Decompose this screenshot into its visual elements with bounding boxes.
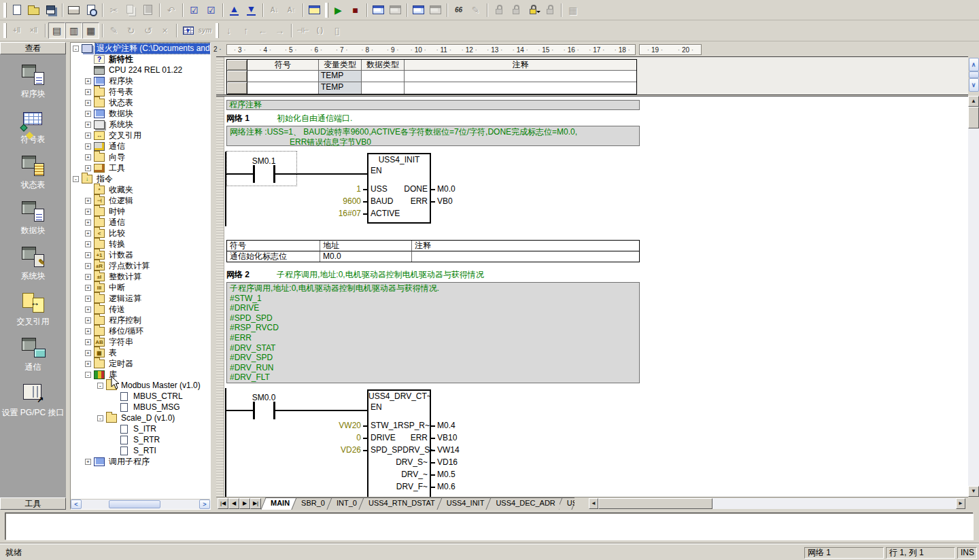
output-operand[interactable]: M0.5 (431, 469, 456, 480)
tree-item-mbus-msg[interactable]: MBUS_MSG (71, 402, 210, 413)
view-status-button[interactable]: 66 (450, 2, 467, 18)
stop-button[interactable]: ■ (347, 2, 364, 18)
program-status-button[interactable] (370, 2, 387, 18)
scrollbar-thumb[interactable] (968, 107, 979, 128)
tree-expander[interactable]: + (85, 154, 91, 160)
unforce-lock-button[interactable] (541, 2, 558, 18)
contact-icon[interactable] (253, 165, 255, 183)
program-comment-bar[interactable]: 程序注释 (226, 100, 640, 110)
data-type-cell[interactable] (362, 71, 405, 82)
pause-program-status-button[interactable] (387, 2, 404, 18)
view-program-block[interactable]: 程序块 (0, 63, 66, 100)
tree-item-table[interactable]: + ▦ 表 (71, 347, 210, 358)
tree-expander[interactable]: + (85, 361, 91, 367)
force-button[interactable]: ✎ (467, 2, 484, 18)
tree-item-system-block[interactable]: + 系统块 (71, 119, 210, 130)
uss4-init-block[interactable]: USS4_INIT EN 1 USS DONE M0.0 (367, 153, 431, 224)
var-type-cell[interactable]: TEMP (319, 82, 362, 94)
line-down-button[interactable]: ↓ (220, 22, 237, 39)
data-type-cell[interactable] (362, 82, 405, 94)
network-1-title[interactable]: 网络 1初始化自由通信端口. (226, 113, 352, 124)
tree-expander[interactable]: + (85, 459, 91, 465)
tree-expander[interactable]: + (85, 111, 91, 117)
tree-expander[interactable]: + (85, 198, 91, 204)
line-up-button[interactable]: ↑ (237, 22, 254, 39)
tree-item-whats-new[interactable]: ? 新特性 (71, 54, 210, 65)
tree-item-call-subroutines[interactable]: + 调用子程序 (71, 456, 210, 467)
save-all-button[interactable] (42, 2, 59, 18)
tools-bar-header[interactable]: 工具 (0, 497, 66, 510)
view-set-pgpc-interface[interactable]: ↗ 设置 PG/PC 接口 (0, 382, 66, 419)
view-ladder-button[interactable]: ▤ (48, 22, 65, 39)
comment-cell[interactable] (412, 251, 639, 262)
tree-expander[interactable]: + (85, 100, 91, 106)
tree-expander[interactable]: + (85, 230, 91, 237)
tree-expander[interactable]: + (85, 274, 91, 280)
tree-item-timers[interactable]: + 定时器 (71, 358, 210, 369)
symbol-cell[interactable] (247, 71, 319, 82)
output-operand[interactable]: VB10 (431, 432, 457, 444)
tree-item-instructions[interactable]: - ↓ 指令 (71, 173, 210, 184)
tree-expander[interactable]: + (85, 220, 91, 226)
scrollbar-thumb[interactable] (969, 71, 979, 78)
tree-expander[interactable]: + (85, 263, 91, 269)
upload-button[interactable]: ▲ (226, 2, 243, 18)
tree-expander[interactable]: - (73, 176, 79, 182)
tree-item-integer-math[interactable]: + ±I 整数计算 (71, 271, 210, 282)
scroll-left-icon[interactable]: < (71, 500, 82, 509)
tree-expander[interactable]: + (85, 328, 91, 334)
line-right-button[interactable]: → (271, 22, 288, 39)
options-button[interactable] (306, 2, 323, 18)
insert-column-button[interactable]: ↻ (122, 22, 139, 39)
first-tab-icon[interactable]: |◀ (218, 498, 228, 509)
scroll-right-icon[interactable]: ► (956, 498, 965, 509)
force-lock-button[interactable] (524, 2, 541, 18)
tree-item-communications-instr[interactable]: + 通信 (71, 217, 210, 228)
contact-operand[interactable]: SM0.0 (230, 393, 298, 402)
tree-item-clock[interactable]: + 时钟 (71, 206, 210, 217)
open-button[interactable] (25, 2, 42, 18)
view-table-button[interactable]: ▦ (82, 22, 99, 39)
view-bar-header[interactable]: 查看 (0, 42, 66, 54)
sort-descending-button[interactable]: A↑ (283, 2, 300, 18)
tree-item-wizards[interactable]: + 向导 (71, 152, 210, 162)
symbolic-addressing-button[interactable]: sym (196, 22, 213, 39)
tree-expander[interactable]: + (85, 317, 91, 323)
view-communications[interactable]: 通信 (0, 336, 66, 373)
tab-uss4-init[interactable]: USS4_INIT (439, 497, 492, 510)
tab-uss4-dec-adr[interactable]: USS4_DEC_ADR (488, 497, 562, 510)
delete-network-button[interactable]: ×‖ (25, 22, 42, 39)
tree-expander[interactable]: + (85, 209, 91, 215)
ladder-vertical-scrollbar[interactable]: ▲ ▼ (968, 96, 979, 497)
tree-expander[interactable]: - (97, 415, 103, 421)
tree-item-counters[interactable]: + +1 计数器 (71, 249, 210, 260)
output-operand[interactable]: VB0 (431, 196, 453, 207)
row-header-cell[interactable] (227, 82, 247, 94)
write-lock-button[interactable] (507, 2, 524, 18)
tree-expander[interactable]: + (85, 143, 91, 150)
tree-item-data-block[interactable]: + 数据块 (71, 108, 210, 119)
editor-horizontal-scrollbar[interactable]: ◄ ► (589, 498, 965, 509)
tree-item-shift-rotate[interactable]: + 移位/循环 (71, 326, 210, 336)
tab-us-partial[interactable]: US (560, 497, 574, 510)
comment-cell[interactable] (405, 71, 636, 82)
view-stl-button[interactable]: ▥ (65, 22, 82, 39)
tree-item-string[interactable]: + AB 字符串 (71, 336, 210, 347)
output-operand[interactable]: M0.0 (431, 183, 456, 195)
comment-cell[interactable] (405, 82, 636, 94)
run-button[interactable]: ▶ (330, 2, 347, 18)
tree-expander[interactable]: + (85, 133, 91, 139)
tree-expander[interactable]: + (85, 89, 91, 95)
uss4-drv-ctrl-block[interactable]: USS4_DRV_CT~ EN VW20 STW_1 RSP_R~ M0.4 (367, 389, 431, 497)
print-preview-button[interactable] (82, 2, 99, 18)
compile-all-button[interactable]: ☑ (203, 2, 220, 18)
row-header-cell[interactable] (227, 60, 247, 71)
view-cross-reference[interactable]: ↔ 交叉引用 (0, 291, 66, 328)
tree-item-s-itr[interactable]: S_ITR (71, 423, 210, 434)
tab-uss4-rtn-dstat[interactable]: USS4_RTN_DSTAT (361, 497, 443, 510)
tree-expander[interactable]: - (97, 383, 103, 389)
input-operand[interactable]: 1 (356, 183, 367, 195)
tree-item-interrupt[interactable]: + III 中断 (71, 282, 210, 293)
delete-row-button[interactable]: ↺ (139, 22, 156, 39)
tree-expander[interactable]: + (85, 165, 91, 171)
